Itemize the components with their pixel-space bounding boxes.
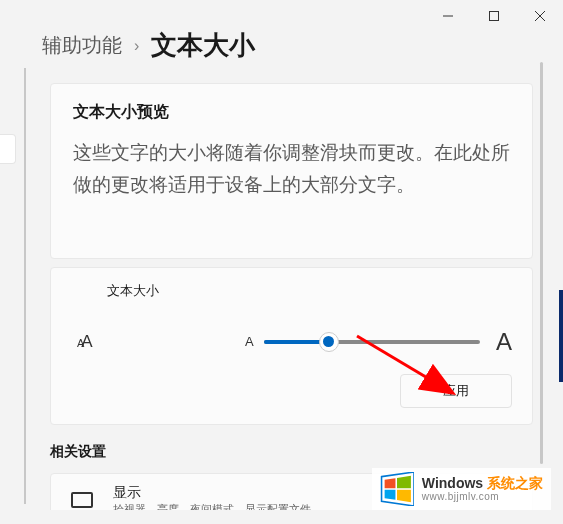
svg-rect-1 [490,12,499,21]
slider-min-indicator: A [245,334,254,349]
svg-marker-6 [384,478,395,488]
svg-marker-9 [397,490,411,502]
left-panel-edge [0,134,16,164]
apply-button[interactable]: 应用 [400,374,512,408]
page-title: 文本大小 [151,28,255,63]
minimize-button[interactable] [425,0,471,32]
bottom-crop-overlay [0,510,563,524]
related-settings-heading: 相关设置 [50,443,539,461]
preview-body-text: 这些文字的大小将随着你调整滑块而更改。在此处所做的更改将适用于设备上的大部分文字… [73,137,510,202]
breadcrumb: 辅助功能 › 文本大小 [42,28,539,63]
monitor-icon [71,492,93,508]
watermark-url: www.bjjmlv.com [422,491,543,502]
slider-thumb[interactable] [319,332,339,352]
scrollbar[interactable] [540,62,543,464]
display-item-title: 显示 [113,484,311,502]
text-size-slider-card: 文本大小 AA A A 应用 [50,267,533,425]
chevron-right-icon: › [134,37,139,55]
text-size-preview-card: 文本大小预览 这些文字的大小将随着你调整滑块而更改。在此处所做的更改将适用于设备… [50,83,533,259]
breadcrumb-parent[interactable]: 辅助功能 [42,32,122,59]
watermark: Windows 系统之家 www.bjjmlv.com [372,468,551,510]
close-button[interactable] [517,0,563,32]
right-edge-decoration [559,290,563,382]
windows-logo-icon [380,472,414,506]
window-controls [425,0,563,32]
text-size-aa-icon: AA [77,332,105,352]
left-scroll-indicator [24,68,26,504]
preview-title: 文本大小预览 [73,102,510,123]
slider-max-indicator: A [496,328,512,356]
slider-label: 文本大小 [107,282,512,300]
svg-marker-8 [384,490,395,500]
svg-marker-7 [397,476,411,488]
maximize-button[interactable] [471,0,517,32]
watermark-brand: Windows 系统之家 [422,476,543,491]
text-size-slider[interactable] [264,332,480,352]
